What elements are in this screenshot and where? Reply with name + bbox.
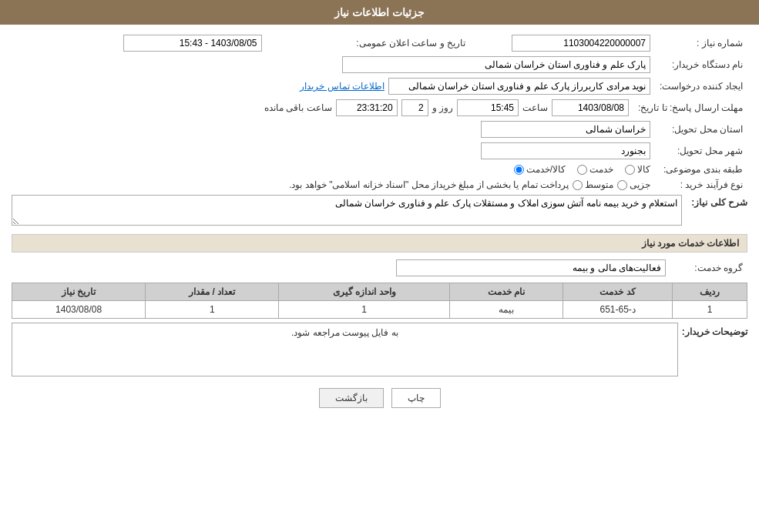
input-tarikh-pasokh[interactable] [552, 99, 629, 116]
info-grooh: گروه خدمت: [12, 257, 747, 279]
label-saaat: ساعت [522, 102, 548, 113]
radio-kala[interactable]: کالا [625, 164, 650, 175]
radio-kala-label: کالا [637, 164, 650, 175]
value-shomara [485, 32, 655, 54]
radio-motavasset[interactable]: متوسط [573, 179, 613, 190]
info-table-row6: شهر محل تحویل: [12, 140, 747, 162]
label-tarikh-elaan: تاریخ و ساعت اعلان عمومی: [267, 32, 471, 54]
cell-tarikh: 1403/08/08 [12, 301, 146, 319]
th-tedad: تعداد / مقدار [146, 283, 279, 301]
th-nam: نام خدمت [450, 283, 563, 301]
back-button[interactable]: بازگشت [319, 388, 384, 408]
value-grooh [12, 257, 670, 279]
th-radif: ردیف [673, 283, 747, 301]
buyer-notes-section: توضیحات خریدار: به فایل پیوست مراجعه شود… [12, 323, 747, 376]
label-shahr: شهر محل تحویل: [655, 140, 747, 162]
label-grooh: گروه خدمت: [670, 257, 747, 279]
input-saaat-baqi[interactable] [336, 99, 398, 116]
input-namdastgah[interactable] [342, 56, 650, 73]
radio-kala-khedmat[interactable]: کالا/خدمت [514, 164, 566, 175]
print-button[interactable]: چاپ [391, 388, 441, 408]
info-table-row1: شماره نیاز : تاریخ و ساعت اعلان عمومی: [12, 32, 747, 54]
label-mohlat: مهلت ارسال پاسخ: تا تاریخ: [633, 97, 747, 119]
table-row: 1 د-65-651 بیمه 1 1 1403/08/08 [12, 301, 747, 319]
radio-kala-khedmat-label: کالا/خدمت [526, 164, 566, 175]
notes-text: به فایل پیوست مراجعه شود. [16, 327, 673, 338]
value-tarikh-elaan [12, 32, 267, 54]
label-saaat-mande: ساعت باقی مانده [264, 102, 332, 113]
label-tabaqe: طبقه بندی موضوعی: [655, 162, 747, 177]
radio-motavasset-label: متوسط [585, 179, 613, 190]
value-namdastgah [12, 54, 655, 75]
radio-motavasset-input[interactable] [573, 180, 583, 190]
info-table-row8: نوع فرآیند خرید : جزیی متوسط پرداخت تمام… [12, 177, 747, 192]
radio-jazyi-label: جزیی [630, 179, 650, 190]
radio-jazyi[interactable]: جزیی [617, 179, 650, 190]
input-shahr[interactable] [481, 142, 650, 159]
farayand-desc: پرداخت تمام یا بخشی از مبلغ خریداز محل "… [289, 179, 569, 190]
label-shomara: شماره نیاز : [655, 32, 747, 54]
value-ejad: اطلاعات تماس خریدار [12, 75, 655, 97]
input-grooh[interactable] [396, 259, 666, 276]
buyer-notes-content: به فایل پیوست مراجعه شود. [12, 323, 678, 376]
main-content: شماره نیاز : تاریخ و ساعت اعلان عمومی: ن… [0, 25, 759, 427]
radio-khedmat-input[interactable] [577, 165, 587, 175]
value-shahr [12, 140, 655, 162]
label-farayand: نوع فرآیند خرید : [655, 177, 747, 192]
button-group: چاپ بازگشت [12, 388, 747, 408]
info-table-row2: نام دستگاه خریدار: [12, 54, 747, 75]
label-ostan: استان محل تحویل: [655, 119, 747, 140]
input-shomara[interactable] [512, 35, 650, 52]
value-mohlat: ساعت روز و ساعت باقی مانده [12, 97, 633, 119]
input-ejad[interactable] [388, 78, 650, 95]
cell-nam: بیمه [450, 301, 563, 319]
input-sharh[interactable]: استعلام و خرید بیمه نامه آتش سوزی املاک … [12, 195, 682, 226]
label-sharh: شرح کلی نیاز: [686, 195, 747, 208]
cell-tedad: 1 [146, 301, 279, 319]
th-kod: کد خدمت [563, 283, 672, 301]
link-tamas-khardar[interactable]: اطلاعات تماس خریدار [300, 81, 385, 92]
input-tarikh-elaan[interactable] [123, 35, 262, 52]
input-roz[interactable] [401, 99, 428, 116]
label-ejad: ایجاد کننده درخواست: [655, 75, 747, 97]
info-table-row4: مهلت ارسال پاسخ: تا تاریخ: ساعت روز و سا… [12, 97, 747, 119]
label-namdastgah: نام دستگاه خریدار: [655, 54, 747, 75]
value-farayand: جزیی متوسط پرداخت تمام یا بخشی از مبلغ خ… [12, 177, 655, 192]
input-saaat-pasokh[interactable] [457, 99, 519, 116]
page-title: جزئیات اطلاعات نیاز [334, 6, 425, 18]
info-table-row5: استان محل تحویل: [12, 119, 747, 140]
cell-radif: 1 [673, 301, 747, 319]
input-ostan[interactable] [481, 121, 650, 138]
label-tosehat: توضیحات خریدار: [682, 323, 747, 337]
sharh-section: شرح کلی نیاز: استعلام و خرید بیمه نامه آ… [12, 195, 747, 228]
info-table-row7: طبقه بندی موضوعی: کالا خدمت کالا/خدمت [12, 162, 747, 177]
radio-kala-input[interactable] [625, 165, 635, 175]
radio-khedmat[interactable]: خدمت [577, 164, 613, 175]
info-table-row3: ایجاد کننده درخواست: اطلاعات تماس خریدار [12, 75, 747, 97]
page-wrapper: جزئیات اطلاعات نیاز شماره نیاز : تاریخ و… [0, 0, 759, 532]
radio-khedmat-label: خدمت [589, 164, 613, 175]
services-table: ردیف کد خدمت نام خدمت واحد اندازه گیری ت… [12, 283, 747, 319]
page-header: جزئیات اطلاعات نیاز [0, 0, 759, 25]
section-services-title: اطلاعات خدمات مورد نیاز [12, 234, 747, 253]
value-ostan [12, 119, 655, 140]
cell-vahed: 1 [279, 301, 450, 319]
th-vahed: واحد اندازه گیری [279, 283, 450, 301]
th-tarikh: تاریخ نیاز [12, 283, 146, 301]
value-tabaqe: کالا خدمت کالا/خدمت [12, 162, 655, 177]
radio-kala-khedmat-input[interactable] [514, 165, 524, 175]
sharh-input-wrapper: استعلام و خرید بیمه نامه آتش سوزی املاک … [12, 195, 682, 228]
cell-kod: د-65-651 [563, 301, 672, 319]
radio-jazyi-input[interactable] [617, 180, 627, 190]
label-roz: روز و [432, 102, 453, 113]
